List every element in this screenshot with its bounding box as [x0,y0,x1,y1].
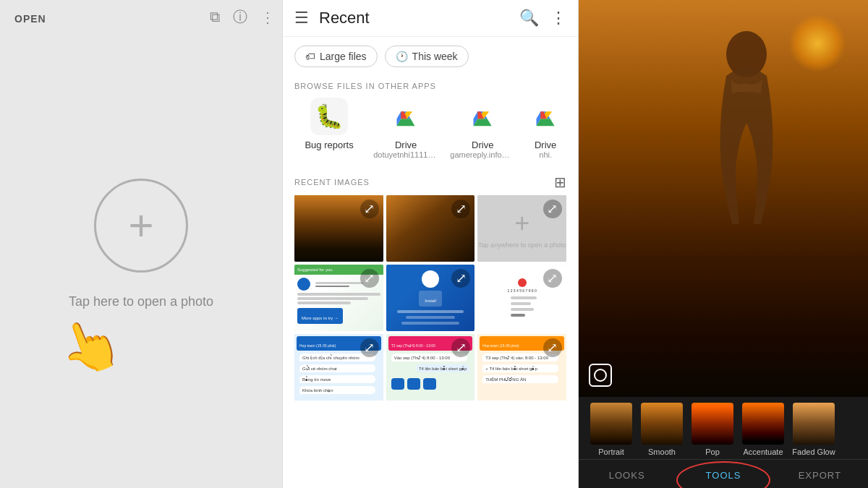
filter-portrait[interactable]: Portrait [586,403,637,456]
expand-icon-4[interactable]: ⤢ [360,269,379,288]
image-thumb-7[interactable]: Hop team (15-30 phút) Ghi lịch địa chỉ c… [294,334,383,401]
more-vert-icon[interactable]: ⋮ [260,9,275,26]
tag-icon: 🏷 [305,51,315,62]
bug-reports-name: Bug reports [305,140,353,150]
open-label: OPEN [14,13,46,25]
tools-label: TOOLS [706,470,741,481]
mid-header: ☰ Recent 🔍 ⋮ [283,0,578,37]
filter-smooth[interactable]: Smooth [637,403,687,456]
mid-title: Recent [319,9,509,27]
filter-faded-glow[interactable]: Faded Glow [788,403,839,456]
left-panel: OPEN ⧉ ⓘ ⋮ + Tap here to open a photo 👆 [0,0,282,488]
more-options-icon[interactable]: ⋮ [550,9,566,27]
looks-label: LOOKS [609,470,645,481]
app-item-drive-2[interactable]: Drive gamereply.info@g... [448,98,517,159]
image-thumb-8[interactable]: T2 sep (Thứ 4) 8:00 - 13:00 Vào sep (Thứ… [386,334,475,401]
drive-2-name: Drive [472,140,493,150]
image-thumb-5[interactable]: Install ⤢ [386,265,475,331]
portrait-thumb [590,403,632,445]
recent-images-label: RECENT IMAGES [294,178,370,187]
drive-3-name: Drive [535,140,556,150]
large-files-chip[interactable]: 🏷 Large files [294,46,378,67]
drive-1-name: Drive [395,140,417,150]
drive-2-icon [464,98,501,135]
expand-icon-6[interactable]: ⤢ [543,269,562,288]
mid-panel: ☰ Recent 🔍 ⋮ 🏷 Large files 🕐 This week B… [282,0,579,488]
accentuate-label: Accentuate [743,448,783,456]
search-icon[interactable]: 🔍 [519,9,539,27]
plus-icon: + [128,204,153,247]
drive-3-sub: nhi. [539,150,552,159]
accentuate-thumb [742,403,784,445]
large-files-label: Large files [320,51,367,62]
tab-tools[interactable]: TOOLS [675,467,771,484]
images-grid: ⤢ ⤢ + Tap anywhere to open a photo ⤢ Sug… [283,195,578,401]
filter-chips-row: 🏷 Large files 🕐 This week [283,37,578,76]
image-thumb-4[interactable]: Suggested for you More apps to try → ⤢ [294,265,383,331]
screenshot-icon[interactable] [589,364,612,387]
chat-bubble: Khóa bính chọn [299,386,375,394]
image-thumb-3[interactable]: + Tap anywhere to open a photo ⤢ [477,195,566,262]
filter-bar: Portrait Smooth Pop Accentuate Faded Glo… [579,397,868,459]
bottom-tabs: LOOKS TOOLS EXPORT [579,459,868,488]
app-item-drive-3[interactable]: Drive nhi. [524,98,566,159]
tap-to-open: Tap anywhere to open a photo [478,241,566,249]
chat-bubble: + T4 lên bán bắt short gấp [482,364,558,372]
hand-cursor-icon: 👆 [50,308,129,385]
app-item-bug-reports[interactable]: 🐛 Bug reports [294,98,364,159]
export-label: EXPORT [799,470,841,481]
chat-bubble: Gửi vé nhóm chat [299,364,375,372]
bug-reports-icon: 🐛 [310,98,348,135]
expand-icon-1[interactable]: ⤢ [360,200,379,218]
main-photo [579,0,868,397]
this-week-label: This week [412,51,458,62]
drive-1-icon [387,98,425,135]
tab-export[interactable]: EXPORT [772,467,868,484]
app-item-drive-1[interactable]: Drive dotuyetnhi1111@g... [371,98,441,159]
drive-3-icon [527,98,564,135]
menu-icon[interactable]: ☰ [294,9,309,27]
grid-toggle-icon[interactable]: ⊞ [554,174,566,191]
portrait-label: Portrait [598,448,624,456]
pop-label: Pop [705,448,720,456]
info-icon[interactable]: ⓘ [233,7,247,27]
add-photo-circle[interactable]: + [94,179,188,273]
image-thumb-1[interactable]: ⤢ [294,195,383,262]
chat-bubble: THÊM PHƯƠNG ÁN [482,375,558,383]
layers-icon[interactable]: ⧉ [210,9,220,25]
filter-accentuate[interactable]: Accentuate [738,403,788,456]
browse-label: BROWSE FILES IN OTHER APPS [294,82,566,90]
plus-lg-icon: + [514,208,529,239]
chat-bubble: T4 lên bán bắt short gấp [416,364,469,372]
header-actions: 🔍 ⋮ [519,9,566,27]
expand-icon-3[interactable]: ⤢ [543,200,562,218]
image-thumb-2[interactable]: ⤢ [386,195,475,262]
browse-section: BROWSE FILES IN OTHER APPS 🐛 Bug reports… [283,76,578,168]
faded-glow-label: Faded Glow [792,448,835,456]
pop-thumb [692,403,733,445]
chat-bubble: Bảng tín move [299,375,375,383]
image-thumb-9[interactable]: Hop team (15-30 phút) T3 sep (Thứ 4) vào… [477,334,566,401]
app-grid: 🐛 Bug reports Drive dotuyetnhi1111@g... [294,98,566,159]
drive-1-sub: dotuyetnhi1111@g... [373,150,438,159]
top-icons: ⧉ ⓘ ⋮ [210,7,275,27]
tap-text: Tap here to open a photo [69,294,213,309]
filter-pop[interactable]: Pop [687,403,738,456]
woman-silhouette [689,22,804,267]
tab-looks[interactable]: LOOKS [579,467,675,484]
image-thumb-6[interactable]: 1 2 3 4 5 6 7 8 9 0 ⤢ [477,265,566,331]
drive-2-sub: gamereply.info@g... [450,150,515,159]
this-week-chip[interactable]: 🕐 This week [385,46,469,67]
filter-thumbnails: Portrait Smooth Pop Accentuate Faded Glo… [579,403,868,456]
clock-icon: 🕐 [396,51,408,62]
recent-images-header: RECENT IMAGES ⊞ [283,168,578,195]
expand-icon-9[interactable]: ⤢ [543,338,562,357]
faded-glow-thumb [793,403,835,445]
expand-icon-7[interactable]: ⤢ [360,338,379,357]
smooth-label: Smooth [648,448,676,456]
smooth-thumb [641,403,683,445]
right-panel: Portrait Smooth Pop Accentuate Faded Glo… [579,0,868,488]
